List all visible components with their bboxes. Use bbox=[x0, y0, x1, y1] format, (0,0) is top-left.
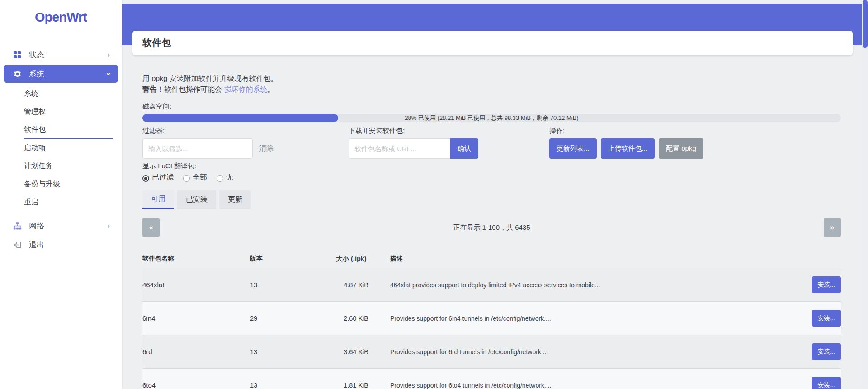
actions-group: 操作: 更新列表... 上传软件包... 配置 opkg bbox=[549, 127, 708, 159]
download-group: 下载并安装软件包: 确认 bbox=[349, 127, 478, 159]
col-version: 版本 bbox=[250, 255, 336, 263]
filter-group: 过滤器: 清除 bbox=[142, 127, 274, 159]
filter-label: 过滤器: bbox=[142, 127, 274, 135]
package-url-input[interactable] bbox=[349, 138, 451, 159]
filter-input[interactable] bbox=[142, 138, 253, 159]
content-area: 软件包 用 opkg 安装附加软件并升级现有软件包。 警告！软件包操作可能会 损… bbox=[122, 0, 868, 389]
radio-all[interactable]: 全部 bbox=[183, 174, 207, 183]
scrollbar-thumb[interactable] bbox=[863, 0, 868, 48]
sidebar-item-system[interactable]: 系统 › bbox=[4, 65, 118, 83]
disk-space-label: 磁盘空间: bbox=[142, 102, 841, 112]
chevron-down-icon: › bbox=[104, 72, 113, 75]
sidebar-item-scheduled-tasks[interactable]: 计划任务 bbox=[24, 157, 113, 175]
sidebar-item-administration[interactable]: 管理权 bbox=[24, 103, 113, 121]
package-version: 13 bbox=[250, 281, 336, 289]
intro-line1: 用 opkg 安装附加软件并升级现有软件包。 bbox=[142, 73, 841, 84]
prev-page-button[interactable]: « bbox=[142, 218, 160, 237]
next-page-button[interactable]: » bbox=[824, 218, 841, 237]
page-title-card: 软件包 bbox=[132, 31, 853, 55]
update-lists-button[interactable]: 更新列表... bbox=[549, 138, 597, 159]
sidebar-menu: 状态 › 系统 › 系统 管理权 软件包 启动项 计划任务 备份与升级 重启 bbox=[0, 46, 122, 254]
page-body: 用 opkg 安装附加软件并升级现有软件包。 警告！软件包操作可能会 损坏你的系… bbox=[142, 55, 841, 389]
chevron-right-icon: › bbox=[107, 221, 110, 231]
download-label: 下载并安装软件包: bbox=[349, 127, 478, 135]
chevron-right-icon: › bbox=[107, 50, 110, 60]
network-sitemap-icon bbox=[12, 221, 22, 231]
radio-button-checked[interactable] bbox=[142, 175, 149, 182]
sidebar-item-software[interactable]: 软件包 bbox=[24, 121, 113, 139]
translations-label: 显示 LuCI 翻译包: bbox=[142, 162, 841, 172]
radio-button[interactable] bbox=[183, 175, 190, 182]
logout-icon bbox=[12, 240, 22, 250]
package-name: 6rd bbox=[142, 348, 250, 356]
sidebar-item-reboot[interactable]: 重启 bbox=[24, 193, 113, 211]
package-name: 6in4 bbox=[142, 314, 250, 322]
table-row: 464xlat 13 4.87 KiB 464xlat provides sup… bbox=[142, 268, 841, 301]
sidebar-item-status[interactable]: 状态 › bbox=[4, 46, 118, 64]
package-size: 1.81 KiB bbox=[336, 382, 368, 389]
install-button[interactable]: 安装... bbox=[812, 276, 841, 293]
controls-row: 过滤器: 清除 下载并安装软件包: 确认 操作: 更新列表... 上传软件包..… bbox=[142, 127, 841, 161]
package-tabs: 可用 已安装 更新 bbox=[142, 190, 841, 209]
col-size: 大小 (.ipk) bbox=[336, 255, 368, 263]
package-name: 464xlat bbox=[142, 281, 250, 289]
package-name: 6to4 bbox=[142, 381, 250, 389]
sidebar-item-label: 网络 bbox=[29, 221, 44, 231]
scrollbar[interactable] bbox=[862, 0, 868, 389]
radio-filtered[interactable]: 已过滤 bbox=[142, 174, 174, 183]
package-size: 2.60 KiB bbox=[336, 315, 368, 322]
disk-usage-bar: 28% 已使用 (28.21 MiB 已使用，总共 98.33 MiB，剩余 7… bbox=[142, 114, 841, 122]
actions-label: 操作: bbox=[549, 127, 708, 135]
tab-installed[interactable]: 已安装 bbox=[177, 190, 216, 209]
grid-icon bbox=[12, 50, 22, 60]
sidebar-item-system-general[interactable]: 系统 bbox=[24, 85, 113, 103]
configure-opkg-button[interactable]: 配置 opkg bbox=[659, 138, 703, 159]
damage-system-link[interactable]: 损坏你的系统 bbox=[224, 85, 267, 93]
package-version: 13 bbox=[250, 348, 336, 356]
page-title: 软件包 bbox=[142, 37, 171, 49]
tab-updates[interactable]: 更新 bbox=[219, 190, 251, 209]
tab-available[interactable]: 可用 bbox=[142, 190, 174, 209]
package-size: 4.87 KiB bbox=[336, 281, 368, 289]
pagination: « 正在显示 1-100，共 6435 » bbox=[142, 218, 841, 237]
clear-filter-button[interactable]: 清除 bbox=[259, 144, 274, 153]
install-button[interactable]: 安装... bbox=[812, 377, 841, 389]
sidebar-item-backup-upgrade[interactable]: 备份与升级 bbox=[24, 175, 113, 193]
pagination-status: 正在显示 1-100，共 6435 bbox=[142, 218, 841, 237]
sidebar-item-network[interactable]: 网络 › bbox=[4, 217, 118, 235]
warning-bold: 警告！ bbox=[142, 85, 164, 93]
disk-usage-text: 28% 已使用 (28.21 MiB 已使用，总共 98.33 MiB，剩余 7… bbox=[142, 114, 841, 122]
sidebar-item-label: 状态 bbox=[29, 50, 44, 60]
package-version: 13 bbox=[250, 382, 336, 389]
table-header: 软件包名称 版本 大小 (.ipk) 描述 bbox=[142, 250, 841, 268]
package-description: Provides support for 6to4 tunnels in /et… bbox=[390, 382, 791, 389]
upload-package-button[interactable]: 上传软件包... bbox=[601, 138, 655, 159]
sidebar-item-logout[interactable]: 退出 bbox=[4, 236, 118, 254]
package-description: Provides support for 6rd tunnels in /etc… bbox=[390, 348, 791, 356]
table-row: 6rd 13 3.64 KiB Provides support for 6rd… bbox=[142, 335, 841, 368]
system-submenu: 系统 管理权 软件包 启动项 计划任务 备份与升级 重启 bbox=[0, 85, 122, 211]
table-row: 6in4 29 2.60 KiB Provides support for 6i… bbox=[142, 301, 841, 335]
package-size: 3.64 KiB bbox=[336, 348, 368, 356]
translations-radios: 已过滤 全部 无 bbox=[142, 174, 841, 183]
radio-button[interactable] bbox=[217, 175, 223, 182]
sidebar: OpenWrt 状态 › 系统 › 系统 管理权 软件包 启动项 计划任务 bbox=[0, 0, 122, 389]
radio-none[interactable]: 无 bbox=[217, 174, 233, 183]
package-description: 464xlat provides support to deploy limit… bbox=[390, 281, 791, 289]
col-name: 软件包名称 bbox=[142, 255, 250, 263]
confirm-button[interactable]: 确认 bbox=[450, 138, 478, 159]
intro-warning: 警告！软件包操作可能会 损坏你的系统。 bbox=[142, 84, 841, 95]
table-row: 6to4 13 1.81 KiB Provides support for 6t… bbox=[142, 368, 841, 389]
intro-text: 用 opkg 安装附加软件并升级现有软件包。 警告！软件包操作可能会 损坏你的系… bbox=[142, 73, 841, 95]
sidebar-item-startup[interactable]: 启动项 bbox=[24, 139, 113, 157]
install-button[interactable]: 安装... bbox=[812, 310, 841, 327]
packages-table: 软件包名称 版本 大小 (.ipk) 描述 464xlat 13 4.87 Ki… bbox=[142, 250, 841, 389]
package-version: 29 bbox=[250, 315, 336, 322]
package-description: Provides support for 6in4 tunnels in /et… bbox=[390, 315, 791, 322]
gear-icon bbox=[12, 69, 22, 79]
sidebar-item-label: 退出 bbox=[29, 240, 44, 250]
openwrt-logo: OpenWrt bbox=[0, 10, 122, 25]
sidebar-item-label: 系统 bbox=[29, 69, 44, 79]
install-button[interactable]: 安装... bbox=[812, 343, 841, 360]
col-description: 描述 bbox=[390, 255, 791, 263]
